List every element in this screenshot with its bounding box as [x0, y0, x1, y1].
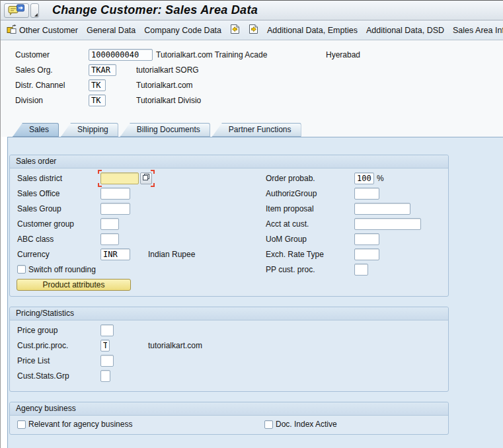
other-customer-button[interactable]: Other Customer — [6, 23, 79, 37]
uom-group-row: UoM Group — [266, 231, 445, 246]
relevant-for-agency-item: Relevant for agency business — [17, 420, 132, 429]
page-title: Change Customer: Sales Area Data — [52, 3, 258, 17]
services-for-object-icon — [8, 4, 25, 17]
order-probab-input[interactable] — [354, 172, 374, 184]
cust-pric-proc-row: Cust.pric.proc. tutorialkart.com — [17, 338, 263, 353]
sales-org-input[interactable] — [89, 64, 116, 76]
sales-district-label: Sales district — [17, 174, 100, 183]
exch-rate-type-label: Exch. Rate Type — [266, 250, 354, 259]
tab-strip: Sales Shipping Billing Documents Partner… — [1, 122, 503, 137]
pp-cust-proc-input[interactable] — [354, 264, 368, 276]
relevant-for-agency-label: Relevant for agency business — [28, 420, 132, 429]
sales-group-input[interactable] — [100, 203, 130, 215]
pp-cust-proc-row: PP cust. proc. — [266, 262, 445, 277]
acct-at-cust-label: Acct at cust. — [266, 219, 354, 229]
currency-label: Currency — [17, 250, 100, 259]
uom-group-input[interactable] — [354, 233, 379, 245]
previous-screen-icon — [230, 24, 240, 36]
previous-screen-button[interactable] — [229, 23, 241, 37]
sales-org-row: Sales Org. tutorialkart SORG — [1, 62, 503, 77]
sap-window: Change Customer: Sales Area Data Other C… — [0, 0, 503, 448]
division-input[interactable] — [89, 94, 106, 106]
tab-billing-documents[interactable]: Billing Documents — [120, 123, 210, 137]
cust-stats-grp-label: Cust.Stats.Grp — [17, 371, 100, 381]
sales-district-row: Sales district — [17, 170, 263, 186]
general-data-button[interactable]: General Data — [86, 24, 136, 36]
tab-partner-functions[interactable]: Partner Functions — [212, 123, 301, 137]
division-description: Tutorialkart Divisio — [136, 96, 201, 105]
abc-class-row: ABC class — [17, 231, 263, 246]
focus-corner — [151, 170, 155, 174]
company-code-data-button[interactable]: Company Code Data — [143, 24, 222, 36]
authoriz-group-row: AuthorizGroup — [266, 186, 445, 201]
price-group-input[interactable] — [100, 324, 114, 336]
sales-tab-panel: Sales order Sales district — [7, 137, 503, 448]
sales-group-label: Sales Group — [17, 204, 100, 213]
switch-off-rounding-label: Switch off rounding — [28, 265, 96, 274]
acct-at-cust-input[interactable] — [354, 218, 421, 230]
pp-cust-proc-label: PP cust. proc. — [266, 265, 354, 274]
item-proposal-input[interactable] — [354, 203, 410, 215]
sales-group-row: Sales Group — [17, 201, 263, 216]
tab-sales[interactable]: Sales — [13, 123, 59, 137]
distr-channel-input[interactable] — [89, 79, 106, 91]
order-probab-label: Order probab. — [266, 174, 354, 183]
price-group-label: Price group — [17, 326, 100, 335]
division-label: Division — [15, 96, 89, 105]
item-proposal-label: Item proposal — [266, 204, 354, 213]
currency-input[interactable] — [100, 248, 130, 260]
additional-data-dsd-label: Additional Data, DSD — [366, 26, 444, 35]
customer-description: Tutorialkart.com Training Acade — [156, 50, 267, 59]
relevant-for-agency-checkbox[interactable] — [17, 420, 26, 429]
order-probab-unit: % — [377, 174, 384, 183]
sales-area-information-label: Sales Area Informa — [453, 26, 503, 35]
abc-class-label: ABC class — [17, 235, 100, 244]
switch-off-rounding-checkbox[interactable] — [17, 265, 26, 274]
services-for-object-menu-button[interactable] — [30, 3, 39, 18]
exch-rate-type-input[interactable] — [354, 248, 379, 260]
customer-group-input[interactable] — [100, 218, 119, 230]
doc-index-active-item: Doc. Index Active — [264, 420, 337, 429]
product-attributes-button[interactable]: Product attributes — [17, 279, 131, 291]
cust-stats-grp-input[interactable] — [100, 370, 110, 382]
other-customer-icon — [7, 24, 17, 36]
services-for-object-button[interactable] — [4, 3, 29, 18]
customer-key-header: Customer Tutorialkart.com Training Acade… — [1, 40, 503, 122]
additional-data-empties-button[interactable]: Additional Data, Empties — [266, 24, 358, 36]
pricing-statistics-body: Price group Cust.pric.proc. tutorialkart… — [10, 320, 448, 391]
general-data-label: General Data — [87, 26, 135, 35]
doc-index-active-checkbox[interactable] — [264, 420, 273, 429]
currency-description: Indian Rupee — [148, 250, 195, 259]
product-attributes-row: Product attributes — [17, 277, 263, 292]
price-list-row: Price List — [17, 353, 263, 368]
cust-pric-proc-label: Cust.pric.proc. — [17, 341, 100, 350]
next-screen-button[interactable] — [248, 23, 259, 37]
application-toolbar: Other Customer General Data Company Code… — [1, 20, 503, 40]
cust-pric-proc-input[interactable] — [100, 340, 110, 352]
sales-org-label: Sales Org. — [15, 65, 89, 75]
doc-index-active-label: Doc. Index Active — [276, 420, 337, 429]
distr-channel-label: Distr. Channel — [15, 81, 89, 90]
abc-class-input[interactable] — [100, 233, 119, 245]
authoriz-group-input[interactable] — [354, 188, 379, 200]
sales-office-input[interactable] — [100, 188, 130, 200]
price-list-input[interactable] — [100, 355, 114, 367]
matchcode-icon — [142, 173, 150, 183]
cust-stats-grp-row: Cust.Stats.Grp — [17, 368, 263, 383]
sales-area-information-button[interactable]: Sales Area Informa — [452, 24, 503, 36]
exch-rate-type-row: Exch. Rate Type — [266, 246, 445, 262]
price-list-label: Price List — [17, 356, 100, 365]
authoriz-group-label: AuthorizGroup — [266, 189, 354, 198]
sales-district-input[interactable] — [100, 172, 139, 184]
division-row: Division Tutorialkart Divisio — [1, 93, 503, 108]
order-probab-row: Order probab. % — [266, 170, 445, 186]
agency-business-body: Relevant for agency business Doc. Index … — [10, 416, 448, 434]
additional-data-dsd-button[interactable]: Additional Data, DSD — [366, 24, 445, 36]
switch-off-rounding-row: Switch off rounding — [17, 262, 263, 277]
additional-data-empties-label: Additional Data, Empties — [267, 26, 358, 35]
title-bar: Change Customer: Sales Area Data — [1, 1, 503, 20]
agency-business-title: Agency business — [10, 402, 448, 416]
tab-shipping[interactable]: Shipping — [61, 123, 118, 137]
sales-order-body: Sales district — [10, 168, 448, 296]
customer-input[interactable] — [89, 49, 153, 61]
